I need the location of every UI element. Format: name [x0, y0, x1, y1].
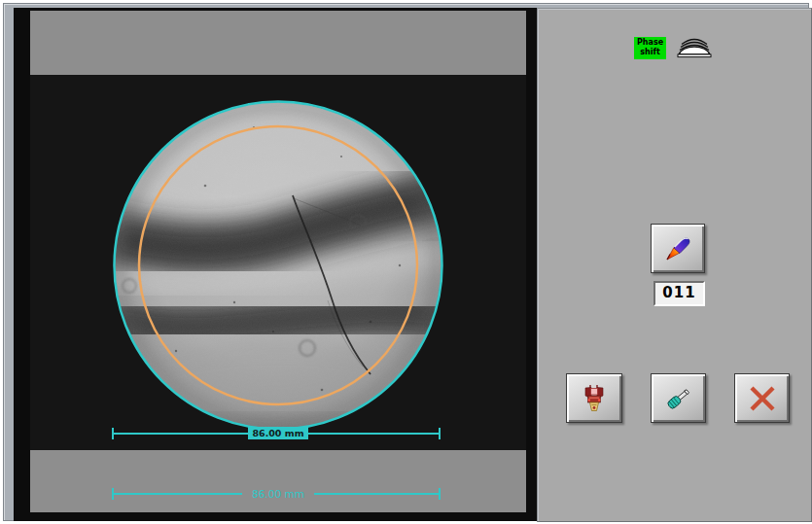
phase-shift-badge: Phase shift	[634, 37, 666, 59]
diameter-ruler-lower-label: 86.00 mm	[252, 488, 304, 500]
diameter-ruler-image-label: 86.00 mm	[252, 428, 303, 438]
main-window: 86.00 mm 86.00 mm Phase shift	[3, 3, 809, 521]
cancel-button[interactable]	[734, 373, 790, 423]
screwdriver-icon	[664, 384, 693, 413]
interferogram-disk	[79, 71, 454, 454]
fringe-dome-icon	[675, 38, 714, 59]
camera-panel: 86.00 mm 86.00 mm	[14, 8, 540, 521]
counter-display: 011	[653, 281, 705, 306]
interferogram-overlay: 86.00 mm 86.00 mm	[30, 11, 526, 512]
control-panel: Phase shift	[537, 8, 812, 522]
camera-image-area: 86.00 mm 86.00 mm	[30, 11, 526, 512]
red-x-icon	[747, 383, 778, 414]
setup-button[interactable]	[651, 373, 706, 423]
device-icon	[583, 384, 605, 413]
measurement-device-button[interactable]	[566, 373, 622, 423]
diameter-ruler-image: 86.00 mm	[113, 427, 440, 439]
diameter-ruler-lower: 86.00 mm	[113, 486, 440, 501]
phase-shift-badge-line2: shift	[634, 48, 666, 57]
pen-icon	[662, 233, 693, 264]
mark-defect-button[interactable]	[651, 224, 705, 273]
phase-shift-badge-line1: Phase	[634, 38, 666, 48]
